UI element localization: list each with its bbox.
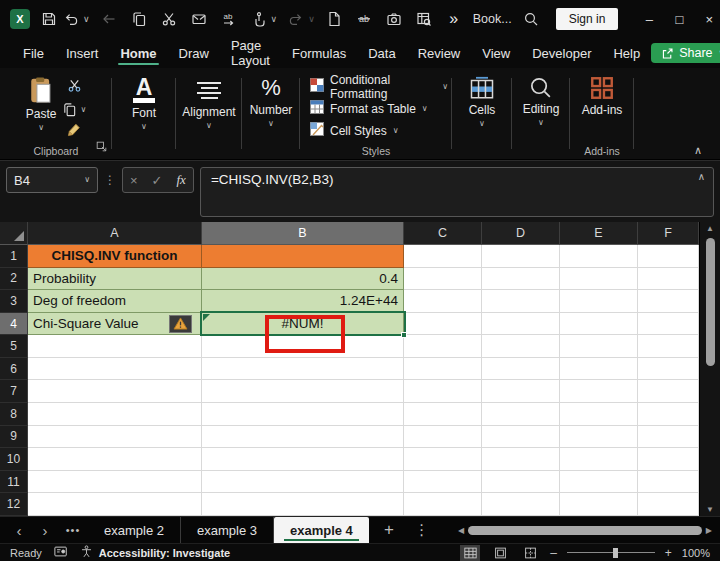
zoom-in-icon[interactable]: + [665, 546, 672, 560]
cell-D3[interactable] [482, 290, 560, 313]
vertical-scroll-thumb[interactable] [706, 238, 715, 366]
minimize-button[interactable]: – [634, 0, 664, 38]
cell-E5[interactable] [560, 335, 638, 358]
row-header-12[interactable]: 12 [0, 493, 28, 516]
touch-mouse-mode-icon[interactable] [248, 7, 270, 31]
share-button[interactable]: Share ∨ [651, 43, 720, 63]
search-icon[interactable] [520, 7, 542, 31]
new-file-icon[interactable] [323, 7, 345, 31]
vertical-scrollbar[interactable]: ▲ ▼ [699, 222, 720, 516]
strikethrough-icon[interactable]: ab [353, 7, 375, 31]
save-icon[interactable] [38, 7, 60, 31]
scroll-right-icon[interactable]: ▶ [706, 526, 712, 535]
row-header-10[interactable]: 10 [0, 448, 28, 471]
accessibility-status[interactable]: Accessibility: Investigate [99, 547, 230, 559]
horizontal-scrollbar[interactable]: ◀ ▶ [458, 523, 712, 537]
row-header-4[interactable]: 4 [0, 313, 28, 336]
column-header-B[interactable]: B [202, 222, 404, 245]
cell-D5[interactable] [482, 335, 560, 358]
cell-B8[interactable] [202, 403, 404, 426]
format-painter-icon[interactable] [67, 122, 82, 141]
cell-B12[interactable] [202, 493, 404, 516]
cell-C9[interactable] [404, 426, 482, 449]
cell-E2[interactable] [560, 268, 638, 291]
cell-E8[interactable] [560, 403, 638, 426]
font-button[interactable]: A Font ∨ [132, 76, 156, 131]
row-header-9[interactable]: 9 [0, 426, 28, 449]
cell-F2[interactable] [638, 268, 699, 291]
copy-small-icon[interactable]: ∨ [62, 102, 86, 117]
cell-F12[interactable] [638, 493, 699, 516]
ribbon-tab-insert[interactable]: Insert [55, 38, 110, 68]
cell-B10[interactable] [202, 448, 404, 471]
scroll-left-icon[interactable]: ◀ [458, 526, 464, 535]
column-header-C[interactable]: C [404, 222, 482, 245]
enter-icon[interactable]: ✓ [145, 173, 170, 188]
cut-icon[interactable] [158, 7, 180, 31]
copy-icon[interactable] [128, 7, 150, 31]
cell-A2[interactable]: Probability [28, 268, 202, 291]
undo-icon[interactable] [60, 7, 82, 31]
ribbon-tab-formulas[interactable]: Formulas [281, 38, 357, 68]
clipboard-dialog-launcher-icon[interactable] [96, 138, 107, 156]
cell-B9[interactable] [202, 426, 404, 449]
close-button[interactable]: × [694, 0, 720, 38]
cell-C7[interactable] [404, 380, 482, 403]
cell-F4[interactable] [638, 313, 699, 336]
sign-in-button[interactable]: Sign in [556, 8, 619, 30]
formula-bar-options-icon[interactable]: ⋮ [104, 173, 116, 187]
ribbon-tab-page-layout[interactable]: Page Layout [220, 38, 281, 68]
row-header-1[interactable]: 1 [0, 245, 28, 268]
ribbon-tab-help[interactable]: Help [602, 38, 651, 68]
page-break-view-icon[interactable] [520, 545, 540, 561]
row-header-7[interactable]: 7 [0, 380, 28, 403]
cell-C3[interactable] [404, 290, 482, 313]
cell-A5[interactable] [28, 335, 202, 358]
cell-B11[interactable] [202, 471, 404, 494]
cell-E10[interactable] [560, 448, 638, 471]
sheet-tab-example-2[interactable]: example 2 [88, 517, 181, 543]
cell-styles-button[interactable]: Cell Styles∨ [310, 120, 399, 141]
find-replace-icon[interactable]: ab [218, 7, 240, 31]
fill-handle[interactable] [401, 332, 407, 338]
cell-C10[interactable] [404, 448, 482, 471]
cell-E4[interactable] [560, 313, 638, 336]
ribbon-tab-developer[interactable]: Developer [521, 38, 602, 68]
cell-B6[interactable] [202, 358, 404, 381]
more-commands-icon[interactable]: » [443, 7, 465, 31]
ribbon-tab-review[interactable]: Review [407, 38, 472, 68]
cell-B4[interactable]: #NUM! [202, 313, 404, 336]
ribbon-tab-draw[interactable]: Draw [168, 38, 220, 68]
macro-record-icon[interactable] [54, 545, 68, 560]
ribbon-tab-home[interactable]: Home [109, 38, 167, 68]
cell-D2[interactable] [482, 268, 560, 291]
format-as-table-button[interactable]: Format as Table∨ [310, 98, 428, 119]
cell-D9[interactable] [482, 426, 560, 449]
all-sheets-icon[interactable]: ••• [58, 517, 88, 543]
paste-button[interactable]: Paste ∨ [26, 76, 57, 132]
zoom-slider-thumb[interactable] [613, 548, 618, 558]
ribbon-tab-data[interactable]: Data [357, 38, 406, 68]
touch-mode-chevron-icon[interactable]: ∨ [271, 14, 278, 24]
cell-F9[interactable] [638, 426, 699, 449]
normal-view-icon[interactable] [460, 545, 480, 561]
cell-E1[interactable] [560, 245, 638, 268]
column-header-E[interactable]: E [560, 222, 638, 245]
column-header-F[interactable]: F [638, 222, 699, 245]
cell-F7[interactable] [638, 380, 699, 403]
ribbon-tab-view[interactable]: View [471, 38, 521, 68]
sheet-tab-example-3[interactable]: example 3 [181, 517, 274, 543]
scroll-down-icon[interactable]: ▼ [700, 505, 720, 514]
cell-A7[interactable] [28, 380, 202, 403]
page-layout-view-icon[interactable] [490, 545, 510, 561]
row-header-6[interactable]: 6 [0, 358, 28, 381]
cell-B2[interactable]: 0.4 [202, 268, 404, 291]
print-preview-icon[interactable] [413, 7, 435, 31]
addins-button[interactable]: Add-ins [582, 76, 623, 117]
cell-E11[interactable] [560, 471, 638, 494]
name-box[interactable]: B4 ∨ [6, 167, 98, 193]
cell-B3[interactable]: 1.24E+44 [202, 290, 404, 313]
column-header-A[interactable]: A [28, 222, 202, 245]
cell-E12[interactable] [560, 493, 638, 516]
row-header-5[interactable]: 5 [0, 335, 28, 358]
